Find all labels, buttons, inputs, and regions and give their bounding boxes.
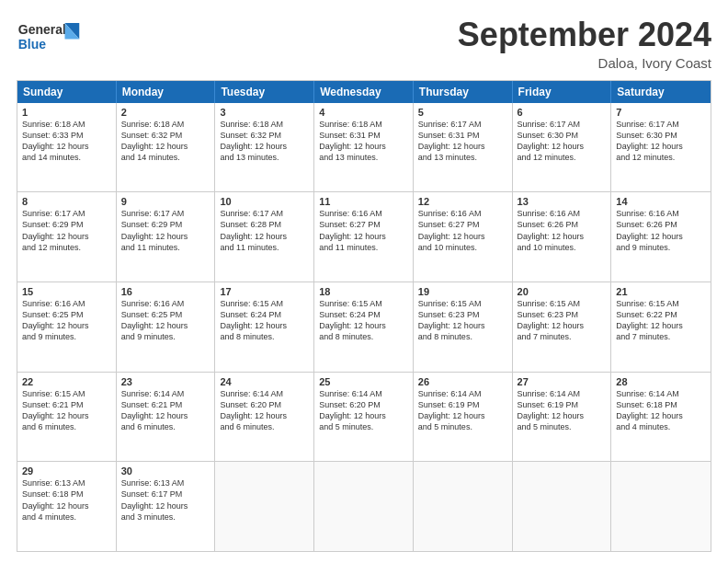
day-info-line: Sunrise: 6:14 AM <box>319 388 408 399</box>
weekday-header-thursday: Thursday <box>414 81 513 103</box>
day-info-line: Sunrise: 6:14 AM <box>220 388 309 399</box>
day-info-line: Sunset: 6:33 PM <box>22 130 111 141</box>
svg-text:General: General <box>18 22 66 37</box>
day-info-line: Sunset: 6:27 PM <box>418 219 507 230</box>
day-number: 18 <box>319 286 408 297</box>
day-info-line: Daylight: 12 hours <box>220 231 309 242</box>
calendar-day-1: 1Sunrise: 6:18 AMSunset: 6:33 PMDaylight… <box>17 103 117 192</box>
calendar-subtitle: Daloa, Ivory Coast <box>458 55 711 71</box>
calendar-day-10: 10Sunrise: 6:17 AMSunset: 6:28 PMDayligh… <box>215 192 314 282</box>
day-info-line: Daylight: 12 hours <box>121 141 210 152</box>
day-info-line: Sunrise: 6:16 AM <box>518 208 607 219</box>
day-info-line: Sunrise: 6:15 AM <box>220 298 309 309</box>
day-info-line: Sunrise: 6:18 AM <box>22 119 111 130</box>
day-number: 28 <box>616 376 706 387</box>
day-info-line: Sunrise: 6:17 AM <box>418 119 507 130</box>
day-info-line: Sunset: 6:20 PM <box>319 399 408 410</box>
day-info-line: and 11 minutes. <box>319 242 408 253</box>
day-info-line: Sunrise: 6:14 AM <box>418 388 507 399</box>
day-info-line: Sunset: 6:29 PM <box>22 219 111 230</box>
day-info-line: Daylight: 12 hours <box>121 410 210 421</box>
calendar-week-4: 22Sunrise: 6:15 AMSunset: 6:21 PMDayligh… <box>17 372 711 462</box>
day-info-line: Sunrise: 6:15 AM <box>22 388 111 399</box>
day-info-line: Daylight: 12 hours <box>220 320 309 331</box>
day-info-line: Sunrise: 6:17 AM <box>22 208 111 219</box>
day-info-line: Daylight: 12 hours <box>418 320 507 331</box>
day-info-line: Sunset: 6:27 PM <box>319 219 408 230</box>
day-info-line: and 14 minutes. <box>22 152 111 163</box>
day-info-line: Sunset: 6:31 PM <box>319 130 408 141</box>
calendar-day-2: 2Sunrise: 6:18 AMSunset: 6:32 PMDaylight… <box>117 103 216 192</box>
day-info-line: Sunset: 6:19 PM <box>418 399 507 410</box>
day-number: 4 <box>319 107 408 118</box>
calendar: SundayMondayTuesdayWednesdayThursdayFrid… <box>17 80 711 552</box>
day-info-line: Sunrise: 6:15 AM <box>518 298 607 309</box>
day-info-line: Sunset: 6:18 PM <box>22 488 111 500</box>
day-info-line: and 9 minutes. <box>121 331 210 342</box>
day-info-line: Daylight: 12 hours <box>518 141 607 152</box>
day-number: 3 <box>220 107 309 118</box>
day-info-line: Sunrise: 6:15 AM <box>319 298 408 309</box>
day-number: 25 <box>319 376 408 387</box>
day-info-line: Daylight: 12 hours <box>121 320 210 331</box>
day-info-line: Daylight: 12 hours <box>418 410 507 421</box>
day-number: 16 <box>121 286 210 297</box>
day-info-line: Daylight: 12 hours <box>418 231 507 242</box>
day-info-line: Sunrise: 6:14 AM <box>616 388 706 399</box>
day-info-line: Sunrise: 6:15 AM <box>616 298 706 309</box>
day-info-line: and 6 minutes. <box>220 421 309 432</box>
day-info-line: and 9 minutes. <box>22 331 111 342</box>
day-info-line: Sunset: 6:22 PM <box>616 309 706 320</box>
day-info-line: Sunset: 6:24 PM <box>319 309 408 320</box>
day-info-line: and 13 minutes. <box>220 152 309 163</box>
calendar-day-empty <box>414 462 513 551</box>
day-info-line: and 3 minutes. <box>121 511 210 523</box>
day-number: 30 <box>121 465 210 477</box>
day-info-line: and 12 minutes. <box>518 152 607 163</box>
calendar-day-21: 21Sunrise: 6:15 AMSunset: 6:22 PMDayligh… <box>611 282 711 372</box>
weekday-header-saturday: Saturday <box>611 81 711 103</box>
day-info-line: Daylight: 12 hours <box>22 141 111 152</box>
logo-icon: General Blue <box>17 17 81 55</box>
day-info-line: Sunset: 6:20 PM <box>220 399 309 410</box>
day-info-line: and 6 minutes. <box>22 421 111 432</box>
day-info-line: Sunset: 6:28 PM <box>220 219 309 230</box>
calendar-day-empty <box>513 462 612 551</box>
day-number: 24 <box>220 376 309 387</box>
day-info-line: and 6 minutes. <box>121 421 210 432</box>
day-info-line: Daylight: 12 hours <box>121 500 210 511</box>
day-info-line: Sunset: 6:18 PM <box>616 399 706 410</box>
day-info-line: Sunrise: 6:17 AM <box>518 119 607 130</box>
day-info-line: and 11 minutes. <box>220 242 309 253</box>
day-info-line: Sunrise: 6:16 AM <box>22 298 111 309</box>
day-number: 26 <box>418 376 507 387</box>
day-info-line: Sunset: 6:26 PM <box>616 219 706 230</box>
calendar-day-16: 16Sunrise: 6:16 AMSunset: 6:25 PMDayligh… <box>117 282 216 372</box>
weekday-header-sunday: Sunday <box>17 81 117 103</box>
day-number: 27 <box>518 376 607 387</box>
day-info-line: Daylight: 12 hours <box>518 320 607 331</box>
day-info-line: and 9 minutes. <box>616 242 706 253</box>
calendar-week-3: 15Sunrise: 6:16 AMSunset: 6:25 PMDayligh… <box>17 282 711 372</box>
day-info-line: and 13 minutes. <box>418 152 507 163</box>
day-info-line: Daylight: 12 hours <box>22 231 111 242</box>
svg-text:Blue: Blue <box>18 37 47 52</box>
calendar-week-2: 8Sunrise: 6:17 AMSunset: 6:29 PMDaylight… <box>17 191 711 282</box>
day-info-line: Daylight: 12 hours <box>22 500 111 511</box>
day-info-line: and 10 minutes. <box>518 242 607 253</box>
day-number: 11 <box>319 196 408 207</box>
header: General Blue September 2024 Daloa, Ivory… <box>17 17 711 71</box>
day-info-line: Daylight: 12 hours <box>518 410 607 421</box>
day-info-line: and 5 minutes. <box>518 421 607 432</box>
calendar-day-20: 20Sunrise: 6:15 AMSunset: 6:23 PMDayligh… <box>513 282 612 372</box>
calendar-day-13: 13Sunrise: 6:16 AMSunset: 6:26 PMDayligh… <box>513 192 612 282</box>
day-info-line: and 12 minutes. <box>22 242 111 253</box>
day-number: 2 <box>121 107 210 118</box>
calendar-week-5: 29Sunrise: 6:13 AMSunset: 6:18 PMDayligh… <box>17 461 711 551</box>
calendar-day-3: 3Sunrise: 6:18 AMSunset: 6:32 PMDaylight… <box>215 103 314 192</box>
day-info-line: and 4 minutes. <box>616 421 706 432</box>
day-info-line: Sunrise: 6:18 AM <box>121 119 210 130</box>
day-info-line: Sunset: 6:31 PM <box>418 130 507 141</box>
calendar-day-7: 7Sunrise: 6:17 AMSunset: 6:30 PMDaylight… <box>611 103 711 192</box>
day-info-line: Daylight: 12 hours <box>319 410 408 421</box>
